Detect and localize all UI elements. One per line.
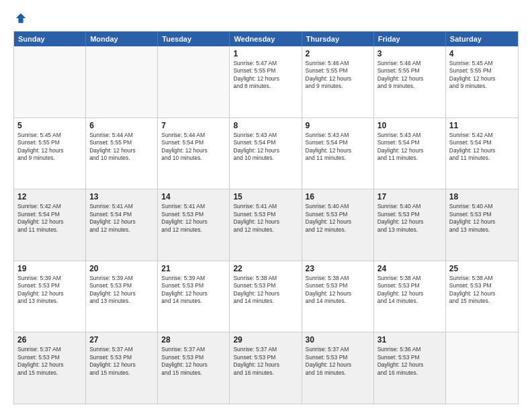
day-number: 15: [233, 192, 298, 201]
cell-info: Sunrise: 5:45 AM Sunset: 5:55 PM Dayligh…: [17, 132, 82, 163]
cell-info: Sunrise: 5:37 AM Sunset: 5:53 PM Dayligh…: [89, 346, 154, 377]
cell-info: Sunrise: 5:39 AM Sunset: 5:53 PM Dayligh…: [161, 275, 226, 306]
day-number: 6: [89, 121, 154, 130]
calendar-cell: 14Sunrise: 5:41 AM Sunset: 5:53 PM Dayli…: [158, 189, 230, 261]
calendar-cell: 22Sunrise: 5:38 AM Sunset: 5:53 PM Dayli…: [230, 261, 302, 332]
cell-info: Sunrise: 5:38 AM Sunset: 5:53 PM Dayligh…: [233, 275, 298, 306]
day-number: 16: [306, 192, 370, 201]
cell-info: Sunrise: 5:38 AM Sunset: 5:53 PM Dayligh…: [378, 275, 442, 306]
calendar-cell: 30Sunrise: 5:37 AM Sunset: 5:53 PM Dayli…: [302, 332, 374, 404]
day-number: 20: [89, 264, 154, 273]
calendar-row: 5Sunrise: 5:45 AM Sunset: 5:55 PM Daylig…: [14, 118, 518, 190]
cell-info: Sunrise: 5:40 AM Sunset: 5:53 PM Dayligh…: [449, 203, 515, 234]
day-number: 22: [233, 264, 298, 273]
cell-info: Sunrise: 5:43 AM Sunset: 5:54 PM Dayligh…: [378, 132, 442, 163]
day-number: 31: [378, 335, 442, 345]
day-number: 26: [17, 335, 82, 345]
day-number: 29: [233, 335, 298, 345]
calendar-cell: 29Sunrise: 5:37 AM Sunset: 5:53 PM Dayli…: [230, 332, 302, 404]
calendar-cell: 1Sunrise: 5:47 AM Sunset: 5:55 PM Daylig…: [230, 46, 302, 118]
cell-info: Sunrise: 5:44 AM Sunset: 5:55 PM Dayligh…: [89, 132, 154, 163]
day-number: 19: [17, 264, 82, 273]
weekday-header: Tuesday: [158, 32, 230, 46]
calendar-cell: [14, 46, 86, 118]
weekday-header: Thursday: [302, 32, 374, 46]
calendar-cell: [446, 332, 518, 404]
calendar-cell: 26Sunrise: 5:37 AM Sunset: 5:53 PM Dayli…: [14, 332, 86, 404]
day-number: 11: [449, 121, 515, 130]
day-number: 21: [161, 264, 226, 273]
cell-info: Sunrise: 5:45 AM Sunset: 5:55 PM Dayligh…: [449, 60, 515, 91]
calendar-row: 12Sunrise: 5:42 AM Sunset: 5:54 PM Dayli…: [14, 189, 518, 261]
day-number: 23: [306, 264, 370, 273]
day-number: 8: [233, 121, 298, 130]
day-number: 30: [306, 335, 370, 345]
day-number: 2: [306, 49, 370, 58]
calendar-cell: [158, 46, 230, 118]
day-number: 7: [161, 121, 226, 130]
calendar-cell: 4Sunrise: 5:45 AM Sunset: 5:55 PM Daylig…: [446, 46, 518, 118]
day-number: 18: [449, 192, 515, 201]
cell-info: Sunrise: 5:37 AM Sunset: 5:53 PM Dayligh…: [306, 346, 370, 377]
calendar-row: 19Sunrise: 5:39 AM Sunset: 5:53 PM Dayli…: [14, 261, 518, 333]
cell-info: Sunrise: 5:44 AM Sunset: 5:54 PM Dayligh…: [161, 132, 226, 163]
calendar-cell: 15Sunrise: 5:41 AM Sunset: 5:53 PM Dayli…: [230, 189, 302, 261]
calendar-cell: 6Sunrise: 5:44 AM Sunset: 5:55 PM Daylig…: [86, 118, 158, 189]
cell-info: Sunrise: 5:40 AM Sunset: 5:53 PM Dayligh…: [306, 203, 370, 234]
calendar-cell: 3Sunrise: 5:46 AM Sunset: 5:55 PM Daylig…: [374, 46, 446, 118]
logo: [13, 12, 27, 24]
cell-info: Sunrise: 5:43 AM Sunset: 5:54 PM Dayligh…: [233, 132, 298, 163]
calendar-row: 1Sunrise: 5:47 AM Sunset: 5:55 PM Daylig…: [14, 46, 518, 118]
cell-info: Sunrise: 5:43 AM Sunset: 5:54 PM Dayligh…: [306, 132, 370, 163]
day-number: 25: [449, 264, 515, 273]
weekday-header: Wednesday: [230, 32, 302, 46]
cell-info: Sunrise: 5:47 AM Sunset: 5:55 PM Dayligh…: [233, 60, 298, 91]
calendar-cell: 10Sunrise: 5:43 AM Sunset: 5:54 PM Dayli…: [374, 118, 446, 189]
calendar-cell: 8Sunrise: 5:43 AM Sunset: 5:54 PM Daylig…: [230, 118, 302, 189]
page: SundayMondayTuesdayWednesdayThursdayFrid…: [0, 0, 532, 411]
calendar-cell: 11Sunrise: 5:42 AM Sunset: 5:54 PM Dayli…: [446, 118, 518, 189]
logo-text: [13, 12, 27, 24]
cell-info: Sunrise: 5:42 AM Sunset: 5:54 PM Dayligh…: [449, 132, 515, 163]
cell-info: Sunrise: 5:42 AM Sunset: 5:54 PM Dayligh…: [17, 203, 82, 234]
weekday-header: Sunday: [14, 32, 86, 46]
day-number: 10: [378, 121, 442, 130]
cell-info: Sunrise: 5:41 AM Sunset: 5:53 PM Dayligh…: [233, 203, 298, 234]
calendar-cell: 24Sunrise: 5:38 AM Sunset: 5:53 PM Dayli…: [374, 261, 446, 332]
calendar-cell: 16Sunrise: 5:40 AM Sunset: 5:53 PM Dayli…: [302, 189, 374, 261]
cell-info: Sunrise: 5:41 AM Sunset: 5:54 PM Dayligh…: [89, 203, 154, 234]
calendar-cell: 28Sunrise: 5:37 AM Sunset: 5:53 PM Dayli…: [158, 332, 230, 404]
calendar-cell: 2Sunrise: 5:46 AM Sunset: 5:55 PM Daylig…: [302, 46, 374, 118]
calendar-header: SundayMondayTuesdayWednesdayThursdayFrid…: [14, 32, 518, 46]
calendar-cell: [86, 46, 158, 118]
day-number: 24: [378, 264, 442, 273]
calendar-cell: 21Sunrise: 5:39 AM Sunset: 5:53 PM Dayli…: [158, 261, 230, 332]
cell-info: Sunrise: 5:41 AM Sunset: 5:53 PM Dayligh…: [161, 203, 226, 234]
day-number: 3: [378, 49, 442, 58]
calendar-cell: 19Sunrise: 5:39 AM Sunset: 5:53 PM Dayli…: [14, 261, 86, 332]
weekday-header: Friday: [374, 32, 446, 46]
weekday-header: Monday: [86, 32, 158, 46]
calendar-cell: 12Sunrise: 5:42 AM Sunset: 5:54 PM Dayli…: [14, 189, 86, 261]
day-number: 4: [449, 49, 515, 58]
cell-info: Sunrise: 5:38 AM Sunset: 5:53 PM Dayligh…: [306, 275, 370, 306]
calendar-body: 1Sunrise: 5:47 AM Sunset: 5:55 PM Daylig…: [14, 46, 518, 404]
day-number: 12: [17, 192, 82, 201]
day-number: 5: [17, 121, 82, 130]
calendar-cell: 20Sunrise: 5:39 AM Sunset: 5:53 PM Dayli…: [86, 261, 158, 332]
cell-info: Sunrise: 5:36 AM Sunset: 5:53 PM Dayligh…: [378, 346, 442, 377]
cell-info: Sunrise: 5:39 AM Sunset: 5:53 PM Dayligh…: [89, 275, 154, 306]
day-number: 9: [306, 121, 370, 130]
day-number: 1: [233, 49, 298, 58]
svg-marker-0: [16, 13, 26, 23]
calendar-cell: 27Sunrise: 5:37 AM Sunset: 5:53 PM Dayli…: [86, 332, 158, 404]
header: [13, 12, 519, 24]
calendar-cell: 17Sunrise: 5:40 AM Sunset: 5:53 PM Dayli…: [374, 189, 446, 261]
calendar-cell: 5Sunrise: 5:45 AM Sunset: 5:55 PM Daylig…: [14, 118, 86, 189]
day-number: 13: [89, 192, 154, 201]
calendar-cell: 9Sunrise: 5:43 AM Sunset: 5:54 PM Daylig…: [302, 118, 374, 189]
cell-info: Sunrise: 5:46 AM Sunset: 5:55 PM Dayligh…: [378, 60, 442, 91]
calendar-cell: 23Sunrise: 5:38 AM Sunset: 5:53 PM Dayli…: [302, 261, 374, 332]
cell-info: Sunrise: 5:37 AM Sunset: 5:53 PM Dayligh…: [233, 346, 298, 377]
day-number: 17: [378, 192, 442, 201]
